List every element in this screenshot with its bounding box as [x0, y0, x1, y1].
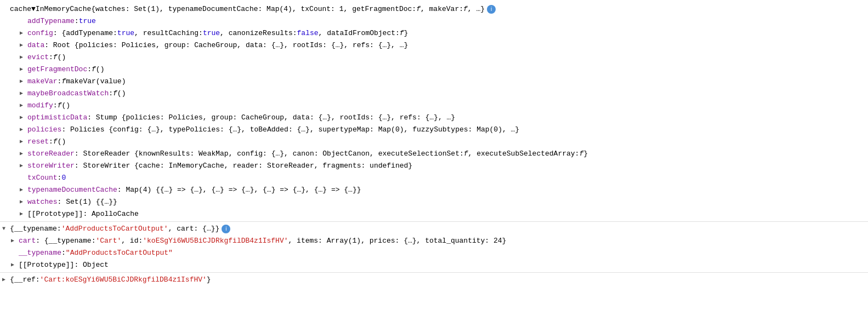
text-part-line-cache-root-7: , …} — [468, 4, 485, 15]
line-storeWriter: storeWriter: StoreWriter {cache: InMemor… — [0, 160, 868, 172]
text-part-line-addproducts-root-2: , cart: {…}} — [168, 224, 220, 234]
toggle-line-cart[interactable] — [11, 236, 19, 247]
text-part-line-getFragmentDoc-2: f — [92, 64, 96, 75]
toggle-line-storeWriter[interactable] — [20, 161, 27, 171]
line-addproducts-root: {__typename: 'AddProductsToCartOutput', … — [0, 223, 868, 235]
text-part-line-config-5: , canonizeResults: — [220, 28, 297, 39]
text-part-line-reset-0: reset — [27, 136, 49, 147]
text-part-line-makeVar-0: makeVar — [27, 76, 58, 87]
line-makeVar: makeVar: f makeVar(value) — [0, 76, 868, 88]
text-part-line-watches-0: watches — [27, 197, 58, 208]
line-getFragmentDoc: getFragmentDoc: f () — [0, 64, 868, 76]
text-part-line-cache-root-2: InMemoryCache — [36, 4, 91, 15]
text-part-line-ref-root-1: 'Cart:koESgYi6WU5BiCJDRkgfilDB4z1IsfHV' — [40, 274, 207, 285]
toggle-line-addproducts-root[interactable] — [2, 224, 10, 234]
text-part-line-config-3: , resultCaching: — [134, 28, 203, 39]
separator-line — [0, 272, 868, 273]
text-part-line-txCount-0: txCount — [27, 173, 58, 184]
line-ref-root: {__ref: 'Cart:koESgYi6WU5BiCJDRkgfilDB4z… — [0, 274, 868, 286]
info-badge-line-addproducts-root[interactable]: i — [222, 225, 230, 233]
toggle-line-reset[interactable] — [20, 136, 27, 147]
text-part-line-optimisticData-0: optimisticData — [27, 112, 87, 123]
toggle-line-storeReader[interactable] — [20, 148, 27, 159]
text-part-line-evict-3: () — [58, 52, 66, 63]
text-part-line-cache-root-3: {watches: Set(1), typenameDocumentCache:… — [91, 4, 416, 15]
toggle-line-config[interactable] — [20, 28, 27, 39]
text-part-line-addTypename-0: addTypename — [27, 16, 75, 27]
line-policies: policies: Policies {config: {…}, typePol… — [0, 124, 868, 136]
text-part-line-config-6: false — [297, 28, 319, 39]
toggle-line-ref-root[interactable] — [2, 274, 10, 285]
text-part-line-config-1: : {addTypename: — [53, 28, 117, 39]
line-data: data: Root {policies: Policies, group: C… — [0, 39, 868, 51]
text-part-line-__typename-1: : — [61, 248, 66, 259]
separator-line — [0, 221, 868, 222]
text-part-line-watches-1: : Set(1) {{…}} — [58, 197, 117, 208]
line-evict: evict: f () — [0, 51, 868, 64]
line-watches: watches: Set(1) {{…}} — [0, 196, 868, 208]
toggle-line-maybeBroadcastWatch[interactable] — [20, 88, 27, 99]
text-part-line-policies-1: : Policies {config: {…}, typePolicies: {… — [61, 124, 519, 135]
text-part-line-makeVar-1: : — [58, 76, 62, 87]
toggle-line-watches[interactable] — [20, 197, 27, 208]
text-part-line-__typename-0: __typename — [19, 248, 61, 259]
text-part-line-config-9: } — [404, 28, 409, 39]
text-part-line-evict-2: f — [53, 52, 58, 63]
text-part-line-config-0: config — [27, 28, 53, 39]
info-badge-line-cache-root[interactable]: i — [487, 5, 496, 14]
text-part-line-cart-3: , id: — [121, 236, 143, 247]
text-part-line-storeReader-2: f — [464, 148, 468, 159]
text-part-line-policies-0: policies — [27, 124, 61, 135]
line-modify: modify: f () — [0, 100, 868, 112]
text-part-line-__typename-2: "AddProductsToCartOutput" — [66, 248, 173, 259]
line-cart: cart: {__typename: 'Cart', id: 'koESgYi6… — [0, 235, 868, 247]
text-part-line-data-0: data — [27, 40, 44, 51]
text-part-line-cart-5: , items: Array(1), prices: {…}, total_qu… — [288, 236, 507, 247]
text-part-line-cart-1: : {__typename: — [36, 236, 95, 247]
toggle-line-makeVar[interactable] — [20, 76, 27, 87]
text-part-line-modify-3: () — [61, 100, 70, 111]
text-part-line-prototype-addproducts-1: : Object — [74, 260, 108, 271]
line-typenameDocumentCache: typenameDocumentCache: Map(4) {{…} => {…… — [0, 184, 868, 196]
text-part-line-config-2: true — [117, 28, 134, 39]
text-part-line-cache-root-5: , makeVar: — [421, 4, 463, 15]
text-part-line-storeReader-4: f — [579, 148, 583, 159]
line-addTypename: addTypename: true — [0, 15, 868, 27]
text-part-line-config-7: , dataIdFromObject: — [319, 28, 400, 39]
line-reset: reset: f () — [0, 136, 868, 148]
text-part-line-storeWriter-0: storeWriter — [27, 161, 75, 171]
text-part-line-makeVar-3: makeVar(value) — [66, 76, 126, 87]
toggle-line-prototype-cache[interactable] — [20, 209, 27, 220]
text-part-line-maybeBroadcastWatch-1: : — [109, 88, 113, 99]
text-part-line-maybeBroadcastWatch-0: maybeBroadcastWatch — [27, 88, 109, 99]
line-config: config: {addTypename: true, resultCachin… — [0, 27, 868, 39]
text-part-line-getFragmentDoc-0: getFragmentDoc — [27, 64, 87, 75]
text-part-line-ref-root-2: } — [207, 274, 211, 285]
toggle-line-data[interactable] — [20, 40, 27, 51]
toggle-line-typenameDocumentCache[interactable] — [20, 185, 27, 196]
text-part-line-storeReader-5: } — [583, 148, 588, 159]
text-part-line-config-8: f — [400, 28, 404, 39]
toggle-line-modify[interactable] — [20, 100, 27, 111]
text-part-line-maybeBroadcastWatch-3: () — [117, 88, 126, 99]
text-part-line-storeWriter-1: : StoreWriter {cache: InMemoryCache, rea… — [75, 161, 412, 171]
line-maybeBroadcastWatch: maybeBroadcastWatch: f () — [0, 88, 868, 100]
text-part-line-data-1: : Root {policies: Policies, group: Cache… — [44, 40, 408, 51]
toggle-line-prototype-addproducts[interactable] — [11, 260, 19, 271]
toggle-line-evict[interactable] — [20, 52, 27, 63]
text-part-line-cache-root-1: ▼ — [31, 4, 36, 15]
text-part-line-evict-0: evict — [27, 52, 49, 63]
text-part-line-addTypename-2: true — [79, 16, 96, 27]
toggle-line-optimisticData[interactable] — [20, 112, 27, 123]
toggle-line-policies[interactable] — [20, 124, 27, 135]
line-__typename: __typename: "AddProductsToCartOutput" — [0, 247, 868, 259]
toggle-line-getFragmentDoc[interactable] — [20, 64, 27, 75]
line-prototype-cache: [[Prototype]]: ApolloCache — [0, 208, 868, 220]
text-part-line-typenameDocumentCache-0: typenameDocumentCache — [27, 185, 117, 196]
text-part-line-cart-2: 'Cart' — [95, 236, 121, 247]
text-part-line-reset-1: : — [49, 136, 53, 147]
text-part-line-maybeBroadcastWatch-2: f — [113, 88, 117, 99]
text-part-line-modify-0: modify — [27, 100, 53, 111]
text-part-line-reset-2: f — [53, 136, 58, 147]
text-part-line-config-4: true — [203, 28, 220, 39]
